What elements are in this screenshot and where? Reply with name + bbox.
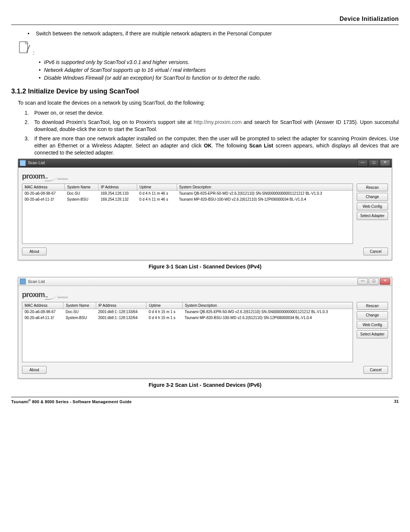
header-rule: [11, 25, 399, 25]
scan-results-table[interactable]: MAC Address System Name IP Address Uptim…: [22, 184, 353, 244]
webconfig-button[interactable]: Web Config: [357, 321, 388, 329]
step-content: To download Proxim's ScanTool, log on to…: [34, 119, 399, 133]
footer-left: Tsunami® 800 & 8000 Series - Software Ma…: [11, 399, 132, 405]
col-mac[interactable]: MAC Address: [22, 302, 63, 309]
cell-mac: 00-20-a6-ef-11-1f: [22, 315, 63, 321]
note-colon: :: [33, 50, 34, 56]
close-button[interactable]: ✕: [380, 160, 390, 166]
about-button[interactable]: About: [22, 366, 47, 374]
cell-mac: 00-20-a6-08-98-67: [22, 191, 65, 197]
intro-text: To scan and locate the devices on a netw…: [18, 99, 399, 106]
button-column: Rescan Change Web Config Select Adapter: [357, 302, 388, 362]
top-bullet-row: • Switch between the network adapters, i…: [28, 30, 399, 37]
cell-mac: 00-20-a6-08-98-67: [22, 309, 63, 315]
cell-desc: Tsunami QB-825-EPR-50-WD v2.6.2(612110) …: [182, 309, 353, 315]
about-button[interactable]: About: [22, 248, 47, 256]
cell-ip: 2001:db8:1::128:132/64: [96, 315, 146, 321]
selectadapter-button[interactable]: Select Adapter: [357, 330, 388, 338]
footer-page-number: 31: [394, 399, 399, 405]
cell-desc: Tsunami QB-825-EPR-50-WD v2.6.2(612110) …: [177, 191, 353, 197]
rescan-button[interactable]: Rescan: [357, 302, 388, 310]
window-titlebar: Scan List — ◻ ✕: [18, 159, 392, 168]
close-button[interactable]: ✕: [380, 278, 390, 285]
app-icon: [20, 278, 26, 284]
bullet-dot: •: [28, 30, 36, 37]
cell-ip: 169.254.128.132: [98, 197, 137, 203]
selectadapter-button[interactable]: Select Adapter: [357, 212, 388, 220]
col-ip[interactable]: IP Address: [96, 302, 146, 309]
logo-sub: wireless: [57, 296, 68, 300]
change-button[interactable]: Change: [357, 193, 388, 201]
step-number: 3.: [25, 135, 34, 142]
col-ip[interactable]: IP Address: [98, 184, 137, 191]
logo-swoosh-icon: [44, 294, 58, 300]
col-sysname[interactable]: System Name: [65, 184, 98, 191]
cell-desc: Tsunami MP-820-BSU-100-WD v2.6.2(612110)…: [182, 315, 353, 321]
logo-text-a: prox: [22, 171, 37, 181]
scan-results-table[interactable]: MAC Address System Name IP Address Uptim…: [22, 302, 353, 362]
webconfig-button[interactable]: Web Config: [357, 203, 388, 211]
footer-rule: [11, 397, 399, 397]
table-row[interactable]: 00-20-a6-08-98-67 Doc-SU 169.254.128.133…: [22, 191, 353, 197]
logo-sub: wireless: [57, 177, 68, 181]
bullet-dot: •: [39, 74, 44, 82]
col-sysname[interactable]: System Name: [63, 302, 96, 309]
table-row[interactable]: 00-20-a6-ef-11-1f System-BSU 2001:db8:1:…: [22, 315, 353, 321]
rescan-button[interactable]: Rescan: [357, 184, 388, 192]
maximize-button[interactable]: ◻: [369, 160, 379, 166]
cell-uptime: 0 d 4 h 11 m 46 s: [137, 197, 177, 203]
table-row[interactable]: 00-20-a6-08-98-67 Doc-SU 2001:db8:1::128…: [22, 309, 353, 315]
step-number: 1.: [25, 109, 34, 117]
step-content: If there are more than one network adapt…: [34, 135, 399, 156]
page-footer: Tsunami® 800 & 8000 Series - Software Ma…: [11, 397, 399, 405]
window-title: Scan List: [28, 160, 45, 166]
step-row: 3. If there are more than one network ad…: [25, 135, 399, 156]
table-row[interactable]: 00-20-a6-ef-11-1f System-BSU 169.254.128…: [22, 197, 353, 203]
logo-swoosh-icon: [44, 175, 58, 181]
step-content: Power on, or reset the device.: [34, 109, 399, 117]
window-titlebar: Scan List — ◻ ✕: [18, 277, 392, 286]
sub-bullet-row: • Network Adapter of ScanTool supports u…: [39, 67, 399, 74]
sub-bullet-text: Network Adapter of ScanTool supports up …: [44, 67, 206, 74]
bullet-dot: •: [39, 67, 44, 74]
col-desc[interactable]: System Description: [182, 302, 353, 309]
scanlist-window-ipv6: Scan List — ◻ ✕ proxım™ wireless MAC Add…: [18, 277, 392, 379]
cell-name: Doc-SU: [63, 309, 96, 315]
step-row: 2. To download Proxim's ScanTool, log on…: [25, 119, 399, 133]
scanlist-window-ipv4: Scan List — ◻ ✕ proxım™ wireless MAC Add…: [18, 159, 392, 261]
sub-bullet-text: IPv6 is supported only by ScanTool v3.0.…: [44, 59, 189, 66]
section-heading: 3.1.2 Initialize Device by using ScanToo…: [11, 87, 399, 96]
col-uptime[interactable]: Uptime: [146, 302, 182, 309]
cell-name: Doc-SU: [65, 191, 98, 197]
window-title: Scan List: [28, 279, 45, 284]
window-body: proxım™ wireless MAC Address System Name…: [18, 286, 392, 379]
minimize-button[interactable]: —: [357, 278, 368, 285]
step-number: 2.: [25, 119, 34, 126]
cell-uptime: 0 d 4 h 15 m 1 s: [146, 309, 182, 315]
note-sub-bullets: • IPv6 is supported only by ScanTool v3.…: [39, 59, 399, 82]
maximize-button[interactable]: ◻: [369, 278, 379, 285]
step3-ok: OK: [204, 143, 212, 149]
col-desc[interactable]: System Description: [177, 184, 353, 191]
cell-mac: 00-20-a6-ef-11-1f: [22, 197, 65, 203]
cell-uptime: 0 d 4 h 15 m 1 s: [146, 315, 182, 321]
cancel-button[interactable]: Cancel: [363, 366, 388, 374]
cancel-button[interactable]: Cancel: [363, 248, 388, 256]
change-button[interactable]: Change: [357, 311, 388, 319]
logo-text-b: ım: [37, 290, 44, 300]
footer-left-b: 800 & 8000 Series - Software Management …: [31, 399, 132, 404]
col-mac[interactable]: MAC Address: [22, 184, 65, 191]
sub-bullet-row: • Disable Windows Firewall (or add an ex…: [39, 74, 399, 82]
logo-text-b: ım: [37, 171, 44, 181]
step-row: 1. Power on, or reset the device.: [25, 109, 399, 117]
minimize-button[interactable]: —: [357, 160, 368, 166]
note-icon: :: [17, 41, 399, 57]
proxim-logo: proxım™ wireless: [22, 290, 388, 300]
col-uptime[interactable]: Uptime: [137, 184, 177, 191]
cell-uptime: 0 d 4 h 11 m 46 s: [137, 191, 177, 197]
proxim-link[interactable]: http://my.proxim.com: [194, 119, 242, 125]
button-column: Rescan Change Web Config Select Adapter: [357, 184, 388, 244]
sub-bullet-row: • IPv6 is supported only by ScanTool v3.…: [39, 59, 399, 66]
figure1-caption: Figure 3-1 Scan List - Scanned Devices (…: [11, 263, 399, 270]
footer-left-a: Tsunami: [11, 399, 29, 404]
